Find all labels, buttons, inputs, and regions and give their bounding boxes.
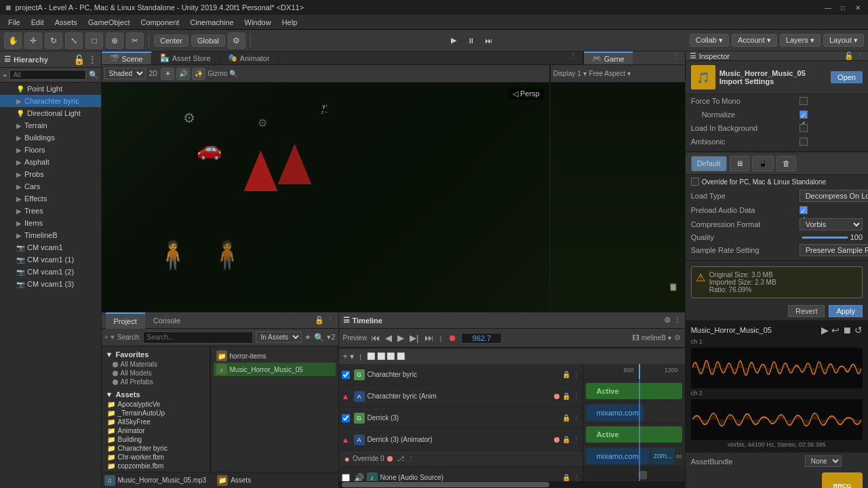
timeline-close-icon[interactable]: ⋮ bbox=[673, 316, 681, 325]
load-type-dropdown[interactable]: Decompress On Load bbox=[800, 190, 868, 202]
tl-play-button[interactable]: ▶ bbox=[396, 331, 406, 344]
open-button[interactable]: Open bbox=[831, 71, 863, 83]
sample-rate-dropdown[interactable]: Preserve Sample Rate bbox=[800, 244, 868, 256]
tl-settings-icon[interactable]: ⚙ bbox=[674, 333, 681, 342]
track-4-options-icon[interactable]: ⋮ bbox=[573, 436, 580, 443]
audio-rewind-button[interactable]: ↺ bbox=[854, 325, 863, 336]
hierarchy-lock-icon[interactable]: 🔓 bbox=[73, 54, 85, 65]
tab-desktop[interactable]: 🖥 bbox=[730, 156, 749, 171]
clip-derrick-mixamo[interactable]: mixamo.com bbox=[586, 448, 650, 464]
timeline-time[interactable]: 962.7 bbox=[461, 333, 502, 344]
project-lock-icon[interactable]: 🔓 bbox=[315, 316, 324, 325]
hier-point-light[interactable]: 💡 Point Light bbox=[0, 83, 101, 95]
assetbundle-dropdown[interactable]: None bbox=[805, 455, 842, 467]
preview-label[interactable]: Preview bbox=[343, 334, 368, 342]
center-button[interactable]: Center bbox=[154, 35, 189, 47]
hier-items[interactable]: ▶ Items bbox=[0, 217, 101, 229]
file-assets-folder[interactable]: 📁 Assets bbox=[217, 475, 251, 486]
menu-help[interactable]: Help bbox=[277, 17, 303, 28]
scene-panel-options[interactable]: ⋮ bbox=[564, 52, 583, 64]
scene-view[interactable]: ⚙ ⚙ y↑ z← 🧍 🧍 🚗 ◁ Persp bbox=[102, 83, 549, 312]
editor-tool-button[interactable]: ✂ bbox=[126, 33, 144, 49]
lighting-toggle[interactable]: ☀ bbox=[161, 68, 174, 80]
force-to-mono-checkbox[interactable] bbox=[800, 97, 808, 105]
timeline-menu-icon[interactable]: ☰ bbox=[343, 316, 350, 325]
hier-trees[interactable]: ▶ Trees bbox=[0, 205, 101, 217]
project-search-input[interactable] bbox=[143, 331, 253, 344]
timeline-scrollbar-thumb[interactable] bbox=[342, 482, 549, 487]
snap-button[interactable]: ⚙ bbox=[228, 33, 245, 49]
hier-buildings[interactable]: ▶ Buildings bbox=[0, 131, 101, 144]
track-1-active-checkbox[interactable] bbox=[342, 371, 350, 379]
clip-derrick-active[interactable]: Active bbox=[586, 426, 682, 443]
minimize-button[interactable]: — bbox=[823, 3, 833, 12]
assets-header[interactable]: ▼ Assets bbox=[102, 389, 210, 400]
tab-animator[interactable]: 🎭 Animator bbox=[220, 52, 279, 64]
folder-copzombie[interactable]: 📁 copzombie.fbm bbox=[102, 462, 210, 470]
hand-tool-button[interactable]: ✋ bbox=[4, 33, 22, 49]
collab-button[interactable]: Collab ▾ bbox=[690, 34, 729, 47]
hierarchy-options-icon[interactable]: ⋮ bbox=[87, 54, 97, 65]
hier-terrain[interactable]: ▶ Terrain bbox=[0, 119, 101, 131]
hier-timelineb[interactable]: ▶ TimelineB bbox=[0, 229, 101, 241]
clip-derrick-zom[interactable]: zom... bbox=[651, 448, 675, 464]
maximize-button[interactable]: □ bbox=[838, 3, 848, 12]
fx-toggle[interactable]: ✨ bbox=[192, 68, 205, 80]
layout-button[interactable]: Layout ▾ bbox=[823, 34, 864, 47]
shading-mode-dropdown[interactable]: Shaded bbox=[104, 68, 146, 79]
project-options-icon[interactable]: ⋮ bbox=[327, 316, 334, 325]
game-view[interactable]: 📋 bbox=[549, 83, 685, 312]
track-5-lock-icon[interactable]: 🔒 bbox=[562, 474, 570, 481]
audio-play-button[interactable]: ▶ bbox=[821, 325, 829, 336]
menu-component[interactable]: Component bbox=[135, 17, 184, 28]
menu-gameobject[interactable]: GameObject bbox=[83, 17, 136, 28]
ambisonic-checkbox[interactable] bbox=[800, 138, 808, 146]
tl-prev-button[interactable]: ◀ bbox=[384, 331, 393, 344]
fav-all-prefabs[interactable]: All Prefabs bbox=[102, 378, 210, 386]
pause-button[interactable]: ⏸ bbox=[464, 33, 479, 48]
fav-all-materials[interactable]: All Materials bbox=[102, 360, 210, 369]
file-mp3[interactable]: ♫ Music_Horror_Music_05.mp3 bbox=[104, 475, 207, 486]
hier-cm-vcam1-1[interactable]: 📷 CM vcam1 (1) bbox=[0, 253, 101, 266]
playhead-marker[interactable] bbox=[639, 364, 640, 380]
track-3-options-icon[interactable]: ⋮ bbox=[573, 414, 580, 422]
fav-all-models[interactable]: All Models bbox=[102, 369, 210, 378]
apply-button[interactable]: Apply bbox=[829, 305, 863, 317]
project-favorites-icon[interactable]: ★ bbox=[304, 333, 311, 342]
2d-toggle[interactable]: 2D bbox=[149, 70, 158, 77]
hier-probs[interactable]: ▶ Probs bbox=[0, 168, 101, 180]
track-3-lock-icon[interactable]: 🔒 bbox=[562, 414, 570, 422]
folder-building[interactable]: 📁 Building bbox=[102, 435, 210, 444]
tab-asset-store[interactable]: 🏪 Asset Store bbox=[152, 52, 220, 64]
override-options-icon[interactable]: ⋮ bbox=[408, 455, 414, 462]
clip-charachter-active[interactable]: Active bbox=[586, 383, 682, 399]
menu-edit[interactable]: Edit bbox=[26, 17, 50, 28]
normalize-checkbox[interactable]: ✓ bbox=[800, 110, 808, 119]
folder-terrain-auto[interactable]: 📁 _TerrainAutoUp bbox=[102, 409, 210, 418]
track-2-lock-icon[interactable]: 🔒 bbox=[562, 392, 570, 400]
hier-directional-light[interactable]: 💡 Directional Light bbox=[0, 107, 101, 119]
move-tool-button[interactable]: ✛ bbox=[24, 33, 42, 49]
close-button[interactable]: ✕ bbox=[853, 3, 863, 12]
track-4-lock-icon[interactable]: 🔒 bbox=[562, 436, 570, 443]
play-button[interactable]: ▶ bbox=[446, 33, 461, 48]
inspector-menu-icon[interactable]: ☰ bbox=[690, 52, 696, 60]
tab-mobile[interactable]: 📱 bbox=[752, 156, 774, 171]
menu-window[interactable]: Window bbox=[239, 17, 277, 28]
hier-cm-vcam1[interactable]: 📷 CM vcam1 bbox=[0, 241, 101, 253]
hier-asphalt[interactable]: ▶ Asphalt bbox=[0, 156, 101, 168]
menu-assets[interactable]: Assets bbox=[50, 17, 83, 28]
folder-animator[interactable]: 📁 Animator bbox=[102, 426, 210, 435]
override-checkbox[interactable] bbox=[691, 178, 699, 186]
track-5-active-checkbox[interactable] bbox=[342, 474, 350, 482]
folder-apocalyptic[interactable]: 📁 ApocalypticVe bbox=[102, 400, 210, 409]
clip-charachter-anim[interactable]: mixamo.com bbox=[586, 405, 644, 421]
scale-tool-button[interactable]: ⤡ bbox=[65, 33, 83, 49]
hierarchy-add-button[interactable]: + bbox=[3, 71, 7, 79]
preload-audio-checkbox[interactable]: ✓ bbox=[800, 206, 808, 214]
global-button[interactable]: Global bbox=[191, 35, 225, 47]
audio-toggle[interactable]: 🔊 bbox=[176, 68, 190, 80]
display-dropdown[interactable]: Display 1 ▾ bbox=[553, 70, 587, 77]
project-search-icon[interactable]: 🔍 bbox=[314, 333, 324, 342]
track-1-lock-icon[interactable]: 🔒 bbox=[562, 371, 570, 378]
